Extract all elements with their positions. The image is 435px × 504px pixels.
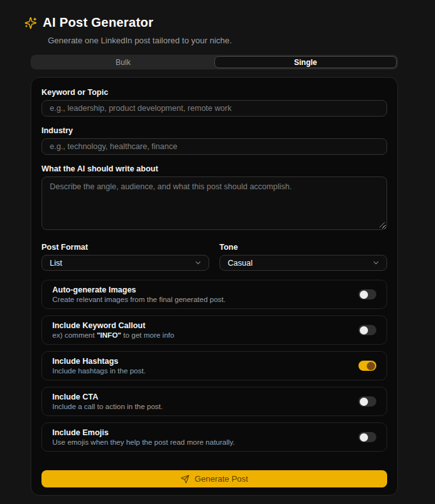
option-title: Auto-generate Images <box>52 285 226 294</box>
industry-label: Industry <box>41 126 387 135</box>
include-keyword-callout-toggle[interactable] <box>358 325 376 335</box>
option-include-emojis: Include Emojis Use emojis when they help… <box>41 422 387 452</box>
post-format-value: List <box>50 259 62 268</box>
page-subtitle: Generate one LinkedIn post tailored to y… <box>48 36 411 45</box>
generate-post-button[interactable]: Generate Post <box>41 470 387 487</box>
option-description: Use emojis when they help the post read … <box>52 438 235 446</box>
page-header: AI Post Generator Generate one LinkedIn … <box>0 15 435 45</box>
option-description: Include hashtags in the post. <box>52 367 145 375</box>
toggle-knob <box>360 291 368 299</box>
options-list: Auto-generate Images Create relevant ima… <box>41 280 387 452</box>
toggle-knob <box>360 433 368 442</box>
post-format-label: Post Format <box>41 243 209 252</box>
brief-label: What the AI should write about <box>41 164 387 173</box>
option-title: Include Emojis <box>52 428 235 437</box>
option-description: ex) comment "INFO" to get more info <box>52 331 174 339</box>
tab-single[interactable]: Single <box>214 56 397 68</box>
option-title: Include CTA <box>52 392 163 401</box>
chevron-down-icon <box>194 259 202 267</box>
option-title: Include Hashtags <box>52 357 145 366</box>
generate-post-label: Generate Post <box>195 474 248 484</box>
tone-select[interactable]: Casual <box>219 255 387 271</box>
include-emojis-toggle[interactable] <box>358 432 376 442</box>
option-auto-generate-images: Auto-generate Images Create relevant ima… <box>41 280 387 309</box>
sparkles-icon <box>24 17 37 29</box>
option-include-cta: Include CTA Include a call to action in … <box>41 387 387 416</box>
include-cta-toggle[interactable] <box>358 396 376 407</box>
brief-textarea[interactable] <box>41 176 387 230</box>
option-description: Create relevant images from the final ge… <box>52 296 226 303</box>
keyword-input[interactable] <box>41 100 387 117</box>
tone-value: Casual <box>228 259 253 268</box>
toggle-knob <box>360 326 368 335</box>
tone-label: Tone <box>219 243 387 252</box>
toggle-knob <box>367 362 375 370</box>
toggle-knob <box>360 398 368 406</box>
option-include-hashtags: Include Hashtags Include hashtags in the… <box>41 351 387 380</box>
option-description: Include a call to action in the post. <box>52 403 163 410</box>
tab-bulk[interactable]: Bulk <box>32 56 214 68</box>
include-hashtags-toggle[interactable] <box>358 361 376 371</box>
option-title: Include Keyword Callout <box>52 321 174 330</box>
chevron-down-icon <box>372 259 380 267</box>
generator-form-card: Keyword or Topic Industry What the AI sh… <box>31 77 398 496</box>
option-include-keyword-callout: Include Keyword Callout ex) comment "INF… <box>41 315 387 345</box>
ai-post-generator-page: AI Post Generator Generate one LinkedIn … <box>0 0 435 496</box>
send-icon <box>181 475 189 484</box>
auto-generate-images-toggle[interactable] <box>358 289 376 299</box>
industry-input[interactable] <box>41 138 387 155</box>
keyword-label: Keyword or Topic <box>41 88 387 97</box>
post-format-select[interactable]: List <box>41 255 209 271</box>
mode-tabs: Bulk Single <box>31 55 398 69</box>
page-title: AI Post Generator <box>43 15 153 30</box>
